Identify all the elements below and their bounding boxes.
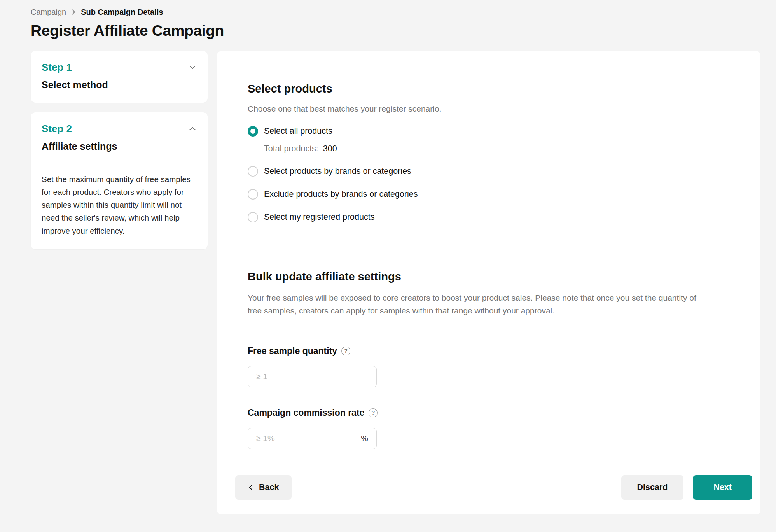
main-panel: Select products Choose one that best mat… xyxy=(217,51,760,514)
steps-sidebar: Step 1 Select method Step 2 Affiliate se… xyxy=(31,51,208,249)
divider xyxy=(42,163,197,163)
help-icon[interactable]: ? xyxy=(369,408,378,417)
chevron-left-icon xyxy=(248,484,254,491)
radio-unselected-icon xyxy=(248,212,258,222)
radio-select-registered[interactable]: Select my registered products xyxy=(248,212,729,222)
total-products-label: Total products: xyxy=(264,144,318,154)
footer-right-group: Discard Next xyxy=(621,475,752,500)
radio-unselected-icon xyxy=(248,189,258,200)
percent-suffix: % xyxy=(361,434,368,443)
step-2-card: Step 2 Affiliate settings Set the maximu… xyxy=(31,112,208,249)
radio-selected-icon xyxy=(248,126,258,136)
next-button[interactable]: Next xyxy=(693,475,752,500)
total-products-row: Total products: 300 xyxy=(248,144,729,154)
content-layout: Step 1 Select method Step 2 Affiliate se… xyxy=(31,51,760,514)
total-products-value: 300 xyxy=(323,144,337,154)
help-icon[interactable]: ? xyxy=(341,346,350,355)
step-1-label: Step 1 xyxy=(42,61,72,74)
commission-rate-input[interactable] xyxy=(256,434,361,443)
chevron-up-icon[interactable] xyxy=(188,124,197,133)
step-1-card: Step 1 Select method xyxy=(31,51,208,103)
breadcrumb-campaign[interactable]: Campaign xyxy=(31,8,66,17)
radio-exclude-by-brands[interactable]: Exclude products by brands or categories xyxy=(248,189,729,200)
step-2-title: Affiliate settings xyxy=(42,141,197,152)
free-sample-quantity-input[interactable] xyxy=(256,372,368,381)
commission-rate-label: Campaign commission rate ? xyxy=(248,408,729,418)
select-products-title: Select products xyxy=(248,82,729,96)
step-1-title: Select method xyxy=(42,79,197,91)
chevron-right-icon xyxy=(71,9,76,15)
free-sample-quantity-label: Free sample quantity ? xyxy=(248,346,729,356)
chevron-down-icon[interactable] xyxy=(188,63,197,72)
step-2-label: Step 2 xyxy=(42,123,72,135)
radio-select-all-products[interactable]: Select all products xyxy=(248,126,729,136)
page-header: Campaign Sub Campaign Details Register A… xyxy=(0,0,776,40)
radio-select-by-brands[interactable]: Select products by brands or categories xyxy=(248,166,729,177)
product-scope-radio-group: Select all products Total products: 300 … xyxy=(248,126,729,222)
bulk-settings-description: Your free samples will be exposed to cor… xyxy=(248,292,711,317)
footer-actions: Back Discard Next xyxy=(235,475,752,500)
free-sample-quantity-field xyxy=(248,366,377,387)
commission-rate-field: % xyxy=(248,428,377,449)
discard-button[interactable]: Discard xyxy=(621,475,684,500)
step-2-description: Set the maximum quantity of free samples… xyxy=(42,173,197,237)
select-products-subtitle: Choose one that best matches your regist… xyxy=(248,104,729,114)
back-button[interactable]: Back xyxy=(235,475,292,500)
bulk-settings-section: Bulk update affiliate settings Your free… xyxy=(248,270,729,449)
breadcrumb: Campaign Sub Campaign Details xyxy=(31,6,776,18)
bulk-settings-title: Bulk update affiliate settings xyxy=(248,270,729,284)
page-title: Register Affiliate Campaign xyxy=(31,22,776,40)
radio-unselected-icon xyxy=(248,166,258,177)
breadcrumb-current: Sub Campaign Details xyxy=(81,8,163,17)
